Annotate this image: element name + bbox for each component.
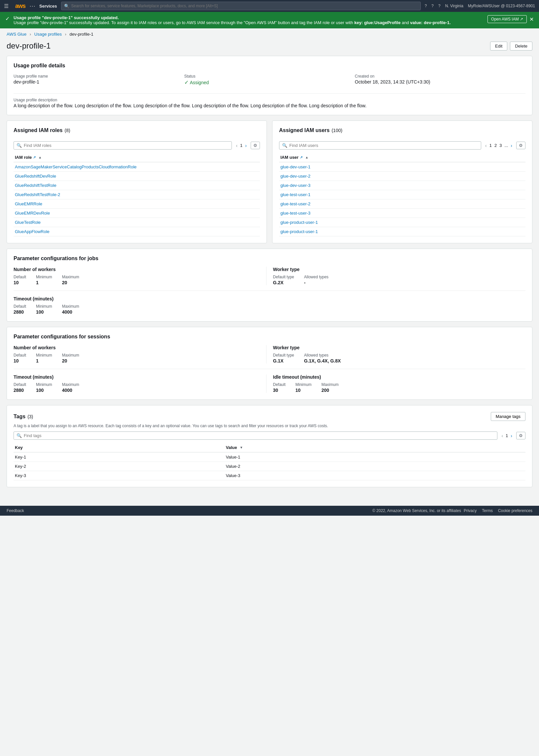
param-jobs-card: Parameter configurations for jobs Number… xyxy=(7,248,532,321)
table-row: GlueRedshiftTestRole xyxy=(14,181,260,190)
delete-button[interactable]: Delete xyxy=(510,41,532,50)
iam-roles-next-btn[interactable]: › xyxy=(244,142,248,149)
param-jobs-timeout: Timeout (minutes) Default 2880 Minimum 1… xyxy=(14,296,525,314)
iam-role-link[interactable]: GlueRedshiftTestRole xyxy=(15,183,56,188)
param-sessions-default: Default 10 xyxy=(14,353,26,364)
iam-users-settings-btn[interactable]: ⚙ xyxy=(516,142,525,149)
feedback-link[interactable]: Feedback xyxy=(7,509,24,513)
param-sessions-idle-min: Minimum 10 xyxy=(296,382,312,393)
param-jobs-worker-type: Worker type Default type G.2X Allowed ty… xyxy=(266,267,526,285)
breadcrumb-root[interactable]: AWS Glue xyxy=(7,32,27,36)
iam-users-search-input[interactable] xyxy=(289,143,478,148)
footer: Feedback © 2022, Amazon Web Services, In… xyxy=(0,506,539,515)
iam-roles-search-icon: 🔍 xyxy=(17,143,22,148)
iam-roles-users-section: Assigned IAM roles (8) 🔍 ‹ 1 › ⚙ xyxy=(7,120,532,243)
iam-users-next-btn[interactable]: › xyxy=(509,142,513,149)
iam-role-link[interactable]: GlueTestRole xyxy=(15,220,40,225)
page-title: dev-profile-1 xyxy=(7,41,50,50)
tags-section-title: Tags xyxy=(14,414,26,420)
param-jobs-workers-grid: Default 10 Minimum 1 Maximum 20 xyxy=(14,275,266,285)
tags-value-header: Value ▼ xyxy=(225,443,525,452)
iam-role-link[interactable]: GlueRedshiftDevRole xyxy=(15,173,56,178)
param-jobs-default-type: Default type G.2X xyxy=(273,275,294,285)
tags-search-box: 🔍 xyxy=(14,432,498,440)
iam-role-link[interactable]: AmazonSageMakerServiceCatalogProductsClo… xyxy=(15,165,137,170)
tags-search-input[interactable] xyxy=(24,433,495,438)
help-icon-1[interactable]: ? xyxy=(425,4,427,8)
external-link-icon: ↗ xyxy=(33,156,36,159)
notification-success-icon: ✓ xyxy=(5,16,10,22)
param-sessions-workers-title: Number of workers xyxy=(14,345,266,350)
iam-role-link[interactable]: GlueEMRDevRole xyxy=(15,211,50,216)
breadcrumb-sep-1: › xyxy=(30,32,31,36)
hamburger-menu[interactable]: ☰ xyxy=(4,3,9,9)
iam-user-link[interactable]: glue-test-user-2 xyxy=(280,201,310,206)
param-sessions-minimum: Minimum 1 xyxy=(36,353,52,364)
iam-role-link[interactable]: GlueAppFlowRole xyxy=(15,229,49,234)
notification-actions: Open AWS IAM ↗ ✕ xyxy=(488,15,534,23)
edit-button[interactable]: Edit xyxy=(490,41,507,50)
iam-roles-search-input[interactable] xyxy=(24,143,229,148)
sort-icon[interactable]: ▲ xyxy=(38,156,41,159)
iam-users-title: Assigned IAM users xyxy=(279,127,330,133)
iam-role-link[interactable]: GlueRedshiftTestRole-2 xyxy=(15,192,60,197)
param-sessions-allowed-types: Allowed types G.1X, G.4X, G.8X xyxy=(304,353,341,364)
iam-roles-settings-btn[interactable]: ⚙ xyxy=(251,142,260,149)
user-info[interactable]: MyRole/AWSUser @ 0123-4567-8901 xyxy=(468,4,535,8)
iam-user-link[interactable]: glue-product-user-1 xyxy=(280,220,318,225)
profile-created-label: Created on xyxy=(355,74,525,79)
tags-prev-btn[interactable]: ‹ xyxy=(500,433,504,439)
notification-title: Usage profile "dev-provile-1" successful… xyxy=(14,15,484,20)
iam-user-link[interactable]: glue-dev-user-1 xyxy=(280,165,310,170)
breadcrumb-sep-2: › xyxy=(65,32,66,36)
profile-status-item: Status ✓ Assigned xyxy=(184,74,355,86)
tags-next-btn[interactable]: › xyxy=(509,433,513,439)
services-menu[interactable]: Services xyxy=(39,4,57,9)
region-selector[interactable]: N. Virginia xyxy=(445,4,463,8)
help-icon-2[interactable]: ? xyxy=(431,4,434,8)
help-icon-3[interactable]: ? xyxy=(438,4,440,8)
iam-users-column-header: IAM user ↗ ▲ xyxy=(279,153,525,162)
tags-settings-btn[interactable]: ⚙ xyxy=(516,432,525,440)
page-header: dev-profile-1 Edit Delete xyxy=(0,40,539,56)
iam-users-controls: 🔍 ‹ 1 2 3 ... › ⚙ xyxy=(279,141,525,150)
iam-user-link[interactable]: glue-test-user-1 xyxy=(280,192,310,197)
tag-key-cell: Key-3 xyxy=(14,471,225,480)
param-jobs-content: Number of workers Default 10 Minimum 1 M… xyxy=(14,267,525,285)
notification-close-button[interactable]: ✕ xyxy=(529,16,534,23)
tag-key-cell: Key-2 xyxy=(14,462,225,471)
param-jobs-allowed-types: Allowed types - xyxy=(304,275,329,285)
iam-users-search-box: 🔍 xyxy=(279,141,481,150)
search-icon: 🔍 xyxy=(64,4,69,9)
table-row: GlueTestRole xyxy=(14,218,260,227)
apps-menu-icon[interactable]: ⋯ xyxy=(30,2,35,10)
tag-value-cell: Value-2 xyxy=(225,462,525,471)
param-sessions-idle-default: Default 30 xyxy=(273,382,286,393)
global-search-input[interactable] xyxy=(71,4,418,8)
notification-banner: ✓ Usage profile "dev-provile-1" successf… xyxy=(0,12,539,29)
users-external-link-icon: ↗ xyxy=(300,156,303,159)
table-row: Key-3Value-3 xyxy=(14,471,525,480)
param-sessions-worker-type: Worker type Default type G.1X Allowed ty… xyxy=(266,345,526,364)
footer-terms-link[interactable]: Terms xyxy=(482,509,493,513)
iam-users-prev-btn[interactable]: ‹ xyxy=(484,142,488,149)
tags-sort-icon[interactable]: ▼ xyxy=(240,446,243,449)
iam-role-link[interactable]: GlueEMRRole xyxy=(15,201,42,206)
iam-user-link[interactable]: glue-dev-user-2 xyxy=(280,173,310,178)
param-jobs-maximum: Maximum 20 xyxy=(62,275,79,285)
open-aws-iam-button[interactable]: Open AWS IAM ↗ xyxy=(488,15,527,23)
iam-users-pagination: ‹ 1 2 3 ... › xyxy=(484,142,513,149)
iam-user-link[interactable]: glue-test-user-3 xyxy=(280,211,310,216)
iam-user-link[interactable]: glue-product-user-1 xyxy=(280,229,318,234)
footer-cookie-link[interactable]: Cookie preferences xyxy=(498,509,532,513)
iam-user-link[interactable]: glue-dev-user-3 xyxy=(280,183,310,188)
profile-name-value: dev-profile-1 xyxy=(14,79,184,85)
breadcrumb-parent[interactable]: Usage profiles xyxy=(34,32,62,36)
global-search-box: 🔍 xyxy=(61,2,421,10)
iam-roles-search-box: 🔍 xyxy=(14,141,232,150)
manage-tags-button[interactable]: Manage tags xyxy=(491,412,525,421)
aws-logo: aws xyxy=(15,3,26,10)
iam-roles-prev-btn[interactable]: ‹ xyxy=(235,142,239,149)
footer-privacy-link[interactable]: Privacy xyxy=(464,509,477,513)
users-sort-icon[interactable]: ▲ xyxy=(305,156,308,159)
